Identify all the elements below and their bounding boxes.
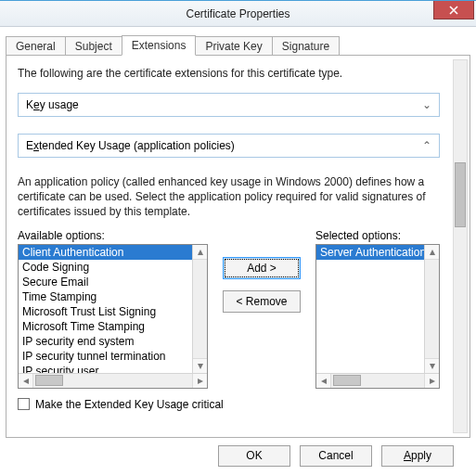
list-item[interactable]: Code Signing <box>19 260 192 275</box>
panel-scrollbar[interactable] <box>453 59 468 433</box>
scroll-thumb[interactable] <box>35 375 63 386</box>
list-item[interactable]: Microsoft Time Stamping <box>19 319 192 334</box>
close-button[interactable] <box>433 1 474 19</box>
ok-button[interactable]: OK <box>218 445 290 467</box>
list-item[interactable]: Microsoft Trust List Signing <box>19 304 192 319</box>
scroll-up-icon[interactable]: ▴ <box>425 245 439 260</box>
list-item[interactable]: IP security end system <box>19 334 192 349</box>
extensions-panel: The following are the certificate extens… <box>6 55 470 438</box>
add-button[interactable]: Add > <box>223 257 301 279</box>
extended-key-usage-expander[interactable]: Extended Key Usage (application policies… <box>18 134 440 158</box>
scroll-thumb[interactable] <box>333 375 361 386</box>
chevron-up-icon: ⌃ <box>422 139 431 152</box>
list-item[interactable]: IP security user <box>19 364 192 373</box>
eku-description: An application policy (called enhanced k… <box>18 174 440 220</box>
apply-button[interactable]: Apply <box>381 445 454 467</box>
title-bar: Certificate Properties <box>0 1 476 27</box>
tab-subject[interactable]: Subject <box>65 36 122 56</box>
make-critical-checkbox[interactable]: Make the Extended Key Usage critical <box>18 398 440 411</box>
horizontal-scrollbar[interactable]: ◂ ▸ <box>19 373 207 388</box>
intro-text: The following are the certificate extens… <box>18 67 442 80</box>
selected-label: Selected options: <box>315 229 440 242</box>
list-item[interactable]: Secure Email <box>19 275 192 289</box>
close-icon <box>449 6 458 15</box>
scroll-up-icon[interactable]: ▴ <box>193 245 207 260</box>
tab-signature[interactable]: Signature <box>272 36 340 56</box>
list-item[interactable]: Server Authentication <box>316 245 424 260</box>
make-critical-label: Make the Extended Key Usage critical <box>35 398 224 411</box>
tab-general[interactable]: General <box>6 36 66 56</box>
scroll-right-icon[interactable]: ▸ <box>424 374 439 388</box>
tab-extensions[interactable]: Extensions <box>122 35 197 56</box>
scroll-down-icon[interactable]: ▾ <box>425 358 439 373</box>
list-item[interactable]: Client Authentication <box>19 245 192 260</box>
scroll-left-icon[interactable]: ◂ <box>19 374 33 388</box>
dialog-footer: OK Cancel Apply <box>6 442 470 469</box>
key-usage-label: Key usage <box>26 98 79 111</box>
scroll-right-icon[interactable]: ▸ <box>192 374 207 388</box>
scroll-left-icon[interactable]: ◂ <box>316 374 331 388</box>
vertical-scrollbar[interactable]: ▴ ▾ <box>424 245 439 373</box>
tab-strip: General Subject Extensions Private Key S… <box>6 34 470 55</box>
tab-private-key[interactable]: Private Key <box>195 36 272 56</box>
chevron-down-icon: ⌄ <box>422 98 431 111</box>
list-item[interactable]: IP security tunnel termination <box>19 349 192 364</box>
selected-listbox[interactable]: Server Authentication ▴ ▾ ◂ ▸ <box>315 244 440 389</box>
vertical-scrollbar[interactable]: ▴ ▾ <box>192 245 207 373</box>
horizontal-scrollbar[interactable]: ◂ ▸ <box>316 373 439 388</box>
available-label: Available options: <box>18 229 208 242</box>
panel-scroll-thumb[interactable] <box>455 162 466 227</box>
key-usage-expander[interactable]: Key usage ⌄ <box>18 93 440 117</box>
checkbox-box[interactable] <box>18 398 30 410</box>
scroll-down-icon[interactable]: ▾ <box>193 358 207 373</box>
cancel-button[interactable]: Cancel <box>300 445 372 467</box>
list-item[interactable]: Time Stamping <box>19 289 192 304</box>
remove-button[interactable]: < Remove <box>223 290 301 313</box>
available-listbox[interactable]: Client Authentication Code Signing Secur… <box>18 244 208 389</box>
window-title: Certificate Properties <box>186 7 289 20</box>
eku-label: Extended Key Usage (application policies… <box>26 139 235 152</box>
